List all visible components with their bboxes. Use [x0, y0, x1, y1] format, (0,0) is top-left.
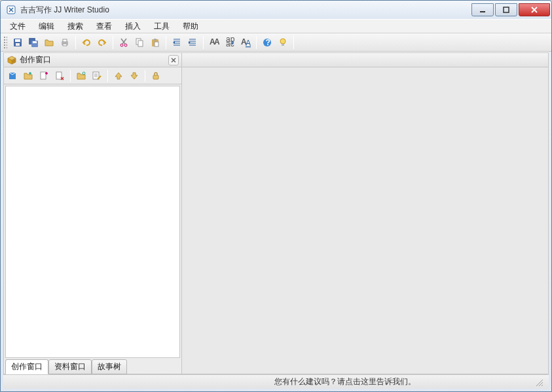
new-book-button[interactable]	[5, 69, 20, 83]
book-icon	[7, 71, 18, 81]
lock-button[interactable]	[149, 69, 163, 83]
menu-insert[interactable]: 插入	[119, 20, 147, 33]
search-icon: AA	[240, 37, 251, 48]
copy-button[interactable]	[132, 35, 147, 50]
svg-rect-8	[33, 41, 37, 43]
svg-rect-28	[282, 44, 284, 46]
undo-icon	[81, 37, 92, 48]
edit-button[interactable]	[90, 69, 104, 83]
menubar: 文件 编辑 搜索 查看 插入 工具 帮助	[1, 19, 551, 33]
svg-rect-4	[15, 39, 20, 42]
svg-point-13	[124, 44, 127, 46]
print-icon	[60, 37, 70, 48]
menu-file[interactable]: 文件	[3, 20, 32, 33]
redo-button[interactable]	[94, 35, 110, 50]
open-button[interactable]	[41, 35, 57, 50]
svg-rect-1	[480, 11, 485, 12]
menu-tools[interactable]: 工具	[147, 20, 176, 33]
menu-view[interactable]: 查看	[90, 20, 119, 33]
save-button[interactable]	[10, 35, 26, 50]
panel-separator	[107, 70, 108, 82]
close-icon	[171, 58, 176, 63]
cut-icon	[119, 37, 129, 48]
svg-rect-29	[41, 72, 46, 79]
move-up-button[interactable]	[111, 69, 126, 83]
menu-edit[interactable]: 编辑	[32, 20, 61, 33]
toolbar-separator	[166, 36, 166, 49]
window-controls	[471, 3, 550, 16]
tab-creation[interactable]: 创作窗口	[5, 359, 48, 374]
svg-rect-15	[138, 41, 143, 46]
editor-content[interactable]	[182, 67, 548, 374]
new-doc-button[interactable]	[37, 69, 51, 83]
panel-close-button[interactable]	[168, 55, 179, 65]
properties-button[interactable]	[74, 69, 88, 83]
toolbar-separator	[203, 36, 204, 49]
replace-icon: abac	[225, 37, 235, 48]
status-message[interactable]: 您有什么建议吗？请点击这里告诉我们。	[274, 376, 416, 387]
arrow-down-icon	[129, 71, 139, 81]
toolbar-grip	[3, 36, 7, 49]
svg-text:?: ?	[266, 38, 270, 47]
statusbar: 您有什么建议吗？请点击这里告诉我们。	[3, 374, 549, 389]
app-icon	[6, 5, 16, 15]
delete-button[interactable]	[52, 69, 67, 83]
close-button[interactable]	[519, 3, 550, 16]
panel-toolbar	[4, 67, 181, 84]
toolbar-separator	[113, 36, 113, 49]
tab-resources[interactable]: 资料窗口	[48, 359, 92, 374]
open-folder-icon	[44, 37, 54, 48]
lightbulb-icon	[278, 37, 288, 48]
indent-button[interactable]	[185, 35, 200, 50]
tip-button[interactable]	[275, 35, 291, 50]
new-folder-button[interactable]	[21, 69, 35, 83]
edit-icon	[92, 71, 102, 81]
paste-icon	[150, 37, 160, 48]
arrow-up-icon	[113, 71, 124, 81]
panel-cube-icon	[7, 55, 17, 65]
lock-icon	[151, 71, 161, 81]
svg-rect-11	[63, 44, 67, 46]
paste-button[interactable]	[147, 35, 163, 50]
copy-icon	[134, 37, 145, 48]
menu-search[interactable]: 搜索	[61, 20, 90, 33]
new-doc-icon	[39, 71, 49, 81]
tree-view[interactable]	[5, 86, 180, 358]
move-down-button[interactable]	[127, 69, 141, 83]
svg-text:A: A	[246, 39, 251, 48]
window-title: 吉吉写作 JJ Writer Studio	[20, 5, 471, 16]
save-all-button[interactable]	[26, 35, 41, 50]
outdent-button[interactable]	[169, 35, 185, 50]
toolbar-separator	[293, 36, 294, 49]
svg-rect-10	[63, 39, 67, 42]
svg-rect-2	[504, 7, 509, 12]
body-area: 创作窗口 创作窗口	[3, 52, 549, 374]
save-icon	[12, 37, 23, 48]
panel-tabs: 创作窗口 资料窗口 故事树	[4, 359, 181, 374]
tab-story-tree[interactable]: 故事树	[92, 359, 127, 374]
find-icon: AA	[209, 37, 219, 48]
resize-grip-icon[interactable]	[534, 378, 543, 387]
toolbar-separator	[256, 36, 257, 49]
search-again-button[interactable]: AA	[238, 35, 253, 50]
cut-button[interactable]	[116, 35, 132, 50]
help-button[interactable]: ?	[259, 35, 275, 50]
maximize-button[interactable]	[495, 3, 517, 16]
help-icon: ?	[262, 37, 272, 48]
panel-header: 创作窗口	[4, 53, 181, 67]
panel-title: 创作窗口	[20, 54, 168, 65]
find-button[interactable]: AA	[206, 35, 222, 50]
properties-icon	[76, 71, 86, 81]
toolbar-separator	[75, 36, 76, 49]
folder-plus-icon	[23, 71, 33, 81]
menu-help[interactable]: 帮助	[176, 20, 205, 33]
replace-button[interactable]: abac	[222, 35, 238, 50]
main-toolbar: AA abac AA ?	[1, 33, 551, 52]
minimize-button[interactable]	[471, 3, 494, 16]
print-button[interactable]	[57, 35, 73, 50]
undo-button[interactable]	[79, 35, 94, 50]
svg-rect-30	[56, 72, 62, 79]
svg-rect-5	[16, 43, 20, 46]
indent-icon	[187, 37, 198, 48]
save-all-icon	[28, 37, 39, 48]
